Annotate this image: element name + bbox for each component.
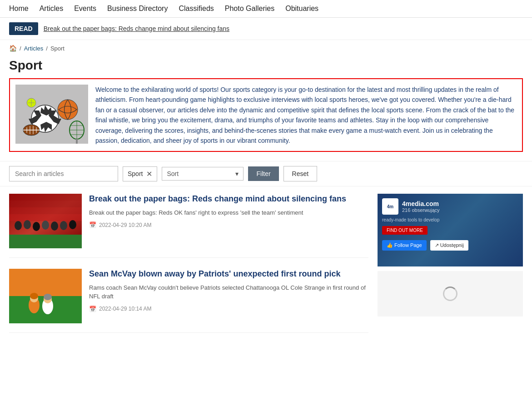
ad-share-button[interactable]: ↗ Udostępnij — [430, 240, 468, 251]
ad-content: 4m 4media.com 216 obserwujący ready-made… — [378, 194, 523, 255]
article-thumbnail — [9, 269, 82, 323]
breadcrumb-separator2: / — [46, 45, 48, 52]
nav-events[interactable]: Events — [74, 5, 96, 13]
svg-point-43 — [44, 294, 52, 300]
svg-rect-24 — [9, 194, 82, 201]
ad-title: 4media.com — [402, 200, 440, 207]
loading-spinner-box — [378, 271, 523, 317]
ad-box: 4m 4media.com 216 obserwujący ready-made… — [378, 194, 523, 266]
nav-classifieds[interactable]: Classifieds — [179, 5, 214, 13]
svg-point-31 — [42, 221, 49, 230]
sidebar: 4m 4media.com 216 obserwujący ready-made… — [378, 194, 523, 344]
svg-point-32 — [51, 221, 58, 231]
remove-category-tag-button[interactable]: ✕ — [146, 170, 152, 178]
nav-home[interactable]: Home — [9, 5, 29, 13]
nav-articles[interactable]: Articles — [40, 5, 63, 13]
date-text: 2022-04-29 10:14 AM — [99, 306, 151, 312]
article-date: 📅 2022-04-29 10:14 AM — [89, 306, 368, 312]
sort-dropdown[interactable]: Sort ▾ — [162, 167, 244, 181]
svg-rect-25 — [9, 201, 82, 207]
search-input[interactable] — [9, 166, 118, 181]
article-date: 📅 2022-04-29 10:20 AM — [89, 221, 368, 228]
article-thumbnail — [9, 194, 82, 248]
category-filter-tag: Sport ✕ — [123, 166, 157, 181]
category-tag-label: Sport — [128, 170, 143, 177]
main-content: Break out the paper bags: Reds change mi… — [0, 194, 532, 344]
ad-tagline: ready-made tools to develop — [382, 217, 518, 222]
article-title[interactable]: Break out the paper bags: Reds change mi… — [89, 194, 368, 204]
ad-logo-text: 4media.com 216 obserwujący — [402, 200, 440, 213]
filter-bar: Sport ✕ Sort ▾ Filter Reset — [0, 161, 532, 186]
main-nav: Home Articles Events Business Directory … — [0, 0, 532, 18]
ad-subtitle: 216 obserwujący — [402, 207, 440, 213]
svg-point-34 — [69, 220, 76, 229]
sports-image — [15, 85, 88, 144]
chevron-down-icon: ▾ — [235, 170, 239, 177]
nav-photo-galleries[interactable]: Photo Galleries — [225, 5, 274, 13]
read-badge: READ — [9, 22, 38, 35]
description-text: Welcome to the exhilarating world of spo… — [95, 85, 517, 146]
article-excerpt: Rams coach Sean McVay couldn't believe P… — [89, 283, 368, 301]
read-bar-link[interactable]: Break out the paper bags: Reds change mi… — [44, 25, 229, 32]
svg-point-42 — [30, 293, 38, 299]
breadcrumb-sport: Sport — [50, 45, 65, 52]
article-item: Break out the paper bags: Reds change mi… — [9, 194, 368, 258]
ad-find-more-button[interactable]: FIND OUT MORE — [382, 226, 428, 235]
svg-point-28 — [15, 221, 22, 230]
ad-logo-icon: 4m — [382, 198, 398, 215]
article-excerpt: Break out the paper bags: Reds OK fans' … — [89, 208, 368, 217]
loading-spinner — [443, 286, 457, 301]
description-box: Welcome to the exhilarating world of spo… — [9, 78, 523, 152]
svg-rect-35 — [9, 235, 82, 248]
article-item: Sean McVay blown away by Patriots' unexp… — [9, 269, 368, 333]
svg-rect-26 — [9, 207, 82, 214]
page-title: Sport — [0, 56, 532, 78]
reset-button[interactable]: Reset — [283, 166, 318, 181]
breadcrumb: 🏠 / Articles / Sport — [0, 40, 532, 56]
ad-action-buttons: 👍 Follow Page ↗ Udostępnij — [382, 240, 518, 251]
breadcrumb-separator: / — [20, 45, 21, 52]
calendar-icon: 📅 — [89, 221, 96, 228]
ad-logo: 4m 4media.com 216 obserwujący — [382, 198, 518, 215]
home-icon[interactable]: 🏠 — [9, 45, 17, 52]
calendar-icon: 📅 — [89, 306, 96, 312]
date-text: 2022-04-29 10:20 AM — [99, 222, 151, 228]
breadcrumb-articles[interactable]: Articles — [24, 45, 44, 52]
svg-point-30 — [33, 222, 40, 231]
filter-button[interactable]: Filter — [248, 166, 278, 181]
ad-follow-button[interactable]: 👍 Follow Page — [382, 240, 427, 251]
article-content: Break out the paper bags: Reds change mi… — [89, 194, 368, 248]
nav-obituaries[interactable]: Obituaries — [285, 5, 318, 13]
nav-business-directory[interactable]: Business Directory — [107, 5, 168, 13]
article-title[interactable]: Sean McVay blown away by Patriots' unexp… — [89, 269, 368, 279]
read-bar: READ Break out the paper bags: Reds chan… — [0, 18, 532, 40]
article-content: Sean McVay blown away by Patriots' unexp… — [89, 269, 368, 323]
svg-point-29 — [24, 220, 31, 229]
svg-rect-27 — [9, 214, 82, 221]
svg-point-6 — [58, 100, 78, 120]
articles-list: Break out the paper bags: Reds change mi… — [9, 194, 368, 344]
sort-label: Sort — [167, 170, 179, 177]
svg-point-33 — [60, 221, 67, 230]
